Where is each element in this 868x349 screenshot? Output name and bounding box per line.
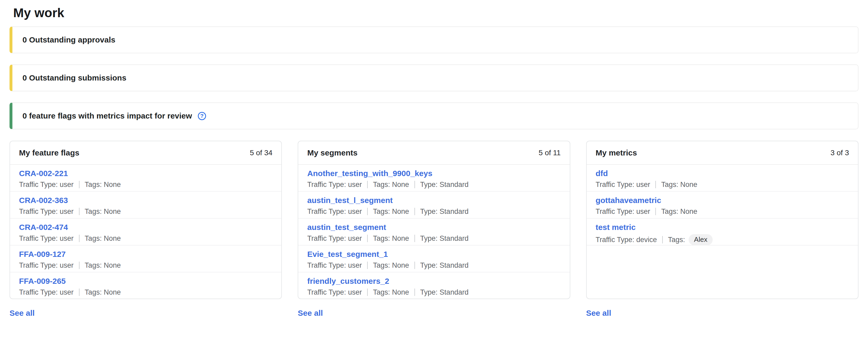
meta-label: Type: (420, 261, 438, 269)
meta-divider (79, 208, 80, 215)
card-count: 5 of 11 (538, 149, 561, 157)
feature-flags-column: My feature flags 5 of 34 CRA-002-221 Tra… (9, 141, 282, 318)
segment-link[interactable]: friendly_customers_2 (307, 276, 389, 286)
meta-label: Traffic Type: (307, 261, 346, 269)
meta-value: Standard (439, 181, 469, 189)
meta-label: Tags: (668, 236, 685, 244)
segment-link[interactable]: austin_test_segment (307, 223, 386, 232)
meta-value: device (636, 236, 657, 244)
meta-label: Traffic Type: (596, 236, 634, 244)
meta-label: Tags: (373, 234, 390, 242)
meta-value: None (392, 181, 409, 189)
meta-value: user (60, 234, 74, 242)
banner-text: 0 feature flags with metrics impact for … (23, 112, 192, 120)
list-item: Evie_test_segment_1 Traffic Type: user T… (298, 246, 569, 273)
metrics-column: My metrics 3 of 3 dfd Traffic Type: user… (586, 141, 859, 318)
meta-label: Type: (420, 181, 438, 189)
page-title: My work (13, 5, 859, 21)
meta-divider (79, 289, 80, 296)
list-item: CRA-002-363 Traffic Type: user Tags: Non… (10, 192, 281, 219)
meta-value: Standard (439, 208, 469, 215)
meta-value: None (104, 288, 121, 296)
segments-column: My segments 5 of 11 Another_testing_with… (298, 141, 570, 318)
meta-value: None (104, 234, 121, 242)
meta-label: Tags: (85, 261, 102, 269)
meta-value: None (104, 181, 121, 189)
meta-value: user (348, 181, 362, 189)
feature-flag-link[interactable]: FFA-009-127 (19, 250, 66, 259)
item-meta: Traffic Type: user Tags: None Type: Stan… (307, 288, 561, 296)
list-item: CRA-002-474 Traffic Type: user Tags: Non… (10, 219, 281, 246)
item-meta: Traffic Type: user Tags: None (596, 207, 849, 216)
meta-label: Tags: (661, 181, 678, 189)
list-item: austin_test_l_segment Traffic Type: user… (298, 192, 569, 219)
card-title: My feature flags (19, 148, 79, 157)
banner-text: 0 Outstanding approvals (23, 35, 116, 44)
metric-link[interactable]: test metric (596, 223, 636, 232)
meta-divider (367, 262, 368, 269)
meta-label: Traffic Type: (307, 181, 346, 189)
meta-label: Tags: (661, 208, 678, 215)
meta-divider (414, 235, 415, 242)
card-my-metrics: My metrics 3 of 3 dfd Traffic Type: user… (586, 141, 859, 299)
meta-label: Type: (420, 208, 438, 215)
meta-divider (662, 236, 663, 244)
list-item: test metric Traffic Type: device Tags: A… (587, 219, 858, 246)
meta-label: Tags: (85, 288, 102, 296)
feature-flag-link[interactable]: CRA-002-221 (19, 169, 68, 178)
meta-divider (367, 181, 368, 188)
meta-divider (79, 235, 80, 242)
see-all-segments-link[interactable]: See all (298, 309, 323, 318)
meta-label: Tags: (85, 208, 102, 215)
meta-label: Tags: (373, 181, 390, 189)
meta-value: None (392, 208, 409, 215)
list-item: Another_testing_with_9900_keys Traffic T… (298, 165, 569, 192)
meta-value: None (392, 288, 409, 296)
banner-text: 0 Outstanding submissions (23, 73, 126, 83)
question-circle-icon[interactable]: ? (198, 112, 206, 120)
meta-label: Tags: (85, 181, 102, 189)
meta-divider (655, 208, 656, 215)
item-meta: Traffic Type: device Tags: Alex (596, 234, 849, 245)
meta-value: None (104, 208, 121, 215)
card-title: My segments (307, 148, 358, 157)
meta-label: Traffic Type: (19, 181, 58, 189)
meta-label: Traffic Type: (19, 208, 58, 215)
list-item: friendly_customers_2 Traffic Type: user … (298, 273, 569, 299)
feature-flag-link[interactable]: CRA-002-363 (19, 196, 68, 205)
segment-link[interactable]: Another_testing_with_9900_keys (307, 169, 432, 178)
meta-label: Traffic Type: (307, 208, 346, 215)
feature-flag-link[interactable]: CRA-002-474 (19, 223, 68, 232)
banner-outstanding-submissions: 0 Outstanding submissions (9, 64, 859, 91)
card-title: My metrics (596, 148, 637, 157)
item-meta: Traffic Type: user Tags: None (596, 180, 849, 189)
segment-link[interactable]: Evie_test_segment_1 (307, 250, 388, 259)
metric-link[interactable]: dfd (596, 169, 608, 178)
meta-label: Traffic Type: (19, 261, 58, 269)
meta-label: Tags: (373, 208, 390, 215)
meta-label: Tags: (373, 288, 390, 296)
item-meta: Traffic Type: user Tags: None Type: Stan… (307, 207, 561, 216)
meta-label: Traffic Type: (596, 181, 634, 189)
meta-value: user (636, 181, 650, 189)
meta-value: None (392, 234, 409, 242)
see-all-metrics-link[interactable]: See all (586, 309, 611, 318)
meta-divider (414, 208, 415, 215)
item-meta: Traffic Type: user Tags: None (19, 288, 272, 296)
see-all-feature-flags-link[interactable]: See all (9, 309, 35, 318)
meta-value: user (60, 208, 74, 215)
segment-link[interactable]: austin_test_l_segment (307, 196, 393, 205)
item-meta: Traffic Type: user Tags: None Type: Stan… (307, 261, 561, 269)
metric-link[interactable]: gottahaveametric (596, 196, 661, 205)
meta-label: Traffic Type: (307, 288, 346, 296)
feature-flag-link[interactable]: FFA-009-265 (19, 276, 66, 286)
card-count: 3 of 3 (831, 149, 849, 157)
meta-divider (414, 262, 415, 269)
meta-label: Traffic Type: (307, 234, 346, 242)
meta-value: user (60, 181, 74, 189)
card-count: 5 of 34 (250, 149, 273, 157)
meta-label: Type: (420, 288, 438, 296)
meta-value: None (104, 261, 121, 269)
my-work-page: My work 0 Outstanding approvals 0 Outsta… (0, 5, 868, 318)
meta-value: user (636, 208, 650, 215)
